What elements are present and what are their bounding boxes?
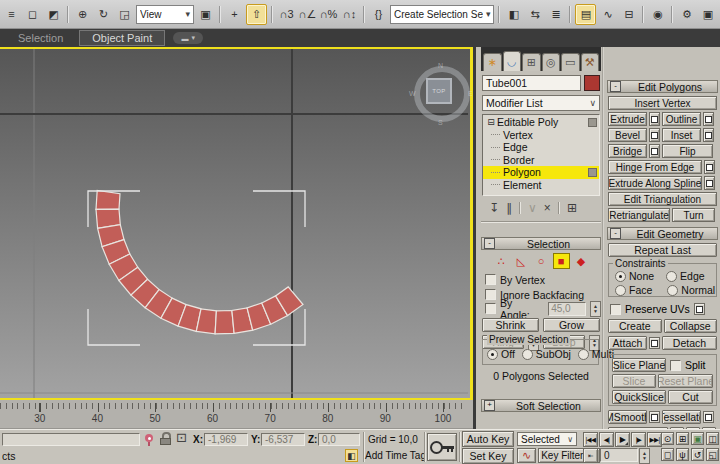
pin-stack-icon[interactable]: ↧ (489, 201, 499, 215)
preserve-uvs-checkbox[interactable] (610, 304, 621, 315)
pan-icon[interactable]: ψ (676, 448, 689, 461)
rendered-frame-window-icon[interactable]: ▣ ▾ (698, 5, 717, 24)
viewcube[interactable]: N S W E TOP (412, 64, 472, 124)
selection-rollout-header[interactable]: - Selection (481, 237, 601, 250)
top-viewport[interactable]: N S W E TOP (0, 47, 473, 400)
soft-selection-rollout-header[interactable]: + Soft Selection (481, 399, 601, 412)
select-and-manipulate-icon[interactable]: + ▾ (225, 5, 244, 24)
zoom-icon[interactable]: ⊙ (661, 432, 674, 445)
set-keys-button[interactable] (427, 433, 457, 461)
auto-key-button[interactable]: Auto Key (462, 431, 514, 447)
current-frame-field[interactable]: 0 (600, 448, 638, 462)
select-and-rotate-icon[interactable]: ↻ ▾ (94, 5, 113, 24)
expand-icon[interactable] (491, 134, 500, 135)
extrude-settings-button[interactable] (649, 112, 660, 126)
remove-modifier-icon[interactable]: × (544, 201, 551, 215)
graphite-modeling-tools-icon[interactable]: ▤ ▾ (575, 4, 596, 25)
insert-vertex-button[interactable]: Insert Vertex (608, 96, 717, 110)
select-and-scale-icon[interactable]: ◲ ▾ (115, 5, 134, 24)
tab-object-paint[interactable]: Object Paint (79, 30, 165, 46)
split-checkbox[interactable] (670, 360, 681, 371)
material-editor-icon[interactable]: ◉ ▾ (648, 5, 667, 24)
outline-settings-button[interactable] (703, 112, 714, 126)
orbit-icon[interactable]: ↺ (691, 448, 704, 461)
expand-icon[interactable] (491, 172, 500, 173)
angle-value-field[interactable]: 45,0 (548, 302, 586, 316)
align-icon[interactable]: ⇆ ▾ (525, 5, 544, 24)
y-coordinate-field[interactable]: -6,537 (261, 433, 305, 446)
rectangular-selection-region-icon[interactable]: ◻ ▾ (23, 5, 42, 24)
set-key-button[interactable]: Set Key (462, 448, 514, 464)
select-and-move-icon[interactable]: ⊕ ▾ (73, 5, 92, 24)
quickslice-button[interactable]: QuickSlice (612, 390, 666, 404)
layer-manager-icon[interactable]: ≣ ▾ (546, 5, 565, 24)
preview-subobj-option[interactable]: SubObj (522, 348, 571, 360)
stack-row[interactable]: Border (483, 154, 599, 167)
stack-row[interactable]: Edge (483, 141, 599, 154)
snaps-toggle-icon[interactable]: ∩3 ▾ (277, 5, 296, 24)
selected-polygon[interactable] (96, 191, 120, 210)
select-by-name-icon[interactable]: ≡ ▾ (2, 5, 21, 24)
stack-row[interactable]: Vertex (483, 129, 599, 142)
slice-plane-button[interactable]: Slice Plane (612, 358, 666, 372)
spinner-down-icon[interactable]: ▼ (642, 456, 647, 461)
isolate-selection-icon[interactable] (145, 434, 153, 442)
curve-editor-icon[interactable]: ∿ ▾ (598, 5, 617, 24)
msmooth-button[interactable]: MSmooth (608, 410, 647, 424)
stack-row-toggle[interactable] (588, 168, 597, 177)
modifier-list-dropdown[interactable]: Modifier List ∨ (482, 95, 600, 111)
outline-button[interactable]: Outline (662, 112, 701, 126)
default-tangents-button[interactable]: ∿ (517, 448, 536, 463)
expand-icon[interactable] (491, 184, 500, 185)
go-to-start-button[interactable]: |◀◀ (583, 432, 598, 447)
zoom-all-icon[interactable]: ⊞ (676, 432, 689, 445)
mirror-icon[interactable]: ◧ ▾ (504, 5, 523, 24)
display-tab-icon[interactable]: ▭ (561, 53, 580, 71)
extrude-along-spline-settings-button[interactable] (704, 176, 715, 190)
collapse-icon[interactable]: - (610, 81, 621, 92)
by-angle-checkbox[interactable] (485, 303, 496, 314)
key-mode-toggle[interactable]: ⇤ (583, 448, 598, 463)
polygon-mode-icon[interactable]: ■ (554, 254, 569, 268)
create-tab-icon[interactable]: ∗ (483, 53, 502, 71)
collapse-icon[interactable]: - (610, 228, 621, 239)
make-unique-icon[interactable]: ∨ (528, 201, 537, 215)
repeat-last-button[interactable]: Repeat Last (608, 243, 717, 257)
spinner-down-icon[interactable]: ▼ (593, 309, 598, 314)
collapse-button[interactable]: Collapse (664, 319, 718, 333)
utilities-tab-icon[interactable]: ⚒ (581, 53, 600, 71)
modifier-stack[interactable]: ⊟ Editable Poly Vertex Edge Border (482, 114, 600, 196)
zoom-region-icon[interactable]: ◻ (661, 448, 674, 461)
edit-polygons-rollout-header[interactable]: - Edit Polygons (607, 80, 718, 93)
edit-triangulation-button[interactable]: Edit Triangulation (608, 192, 717, 206)
ribbon-minimize-button[interactable]: ▬ ▾ (173, 32, 203, 44)
keying-selection-set-dropdown[interactable]: Selected ∨ (517, 432, 577, 446)
grow-button[interactable]: Grow (543, 318, 600, 332)
angle-snap-icon[interactable]: ∩∠ ▾ (298, 5, 317, 24)
ignore-backfacing-checkbox[interactable] (485, 289, 496, 300)
turn-button[interactable]: Turn (672, 208, 715, 222)
constraint-face-option[interactable]: Face (615, 284, 652, 296)
create-button[interactable]: Create (608, 319, 662, 333)
z-coordinate-field[interactable]: 0,0 (318, 433, 360, 446)
expand-icon[interactable]: + (484, 400, 495, 411)
cut-button[interactable]: Cut (668, 390, 713, 404)
schematic-view-icon[interactable]: ⊟ ▾ (619, 5, 638, 24)
maxscript-mini-listener[interactable] (2, 433, 140, 446)
bridge-settings-button[interactable] (649, 144, 660, 158)
hinge-settings-button[interactable] (704, 160, 715, 174)
viewcube-top-face[interactable]: TOP (426, 78, 452, 104)
bridge-button[interactable]: Bridge (608, 144, 647, 158)
retriangulate-button[interactable]: Retriangulate (608, 208, 670, 222)
edit-geometry-rollout-header[interactable]: - Edit Geometry (607, 227, 718, 240)
x-coordinate-field[interactable]: -1,969 (204, 433, 248, 446)
use-pivot-point-center-icon[interactable]: ▣ ▾ (196, 5, 215, 24)
selection-lock-icon[interactable] (160, 432, 171, 445)
shrink-button[interactable]: Shrink (482, 318, 539, 332)
absolute-offset-mode-icon[interactable]: ⊡ (176, 431, 187, 444)
bevel-button[interactable]: Bevel (608, 128, 647, 142)
spinner-snap-icon[interactable]: ∩↕ ▾ (340, 5, 359, 24)
tessellate-button[interactable]: Tessellate (662, 410, 701, 424)
maximize-viewport-icon[interactable]: ◱ (706, 448, 719, 461)
preserve-uvs-settings-button[interactable] (694, 303, 705, 315)
